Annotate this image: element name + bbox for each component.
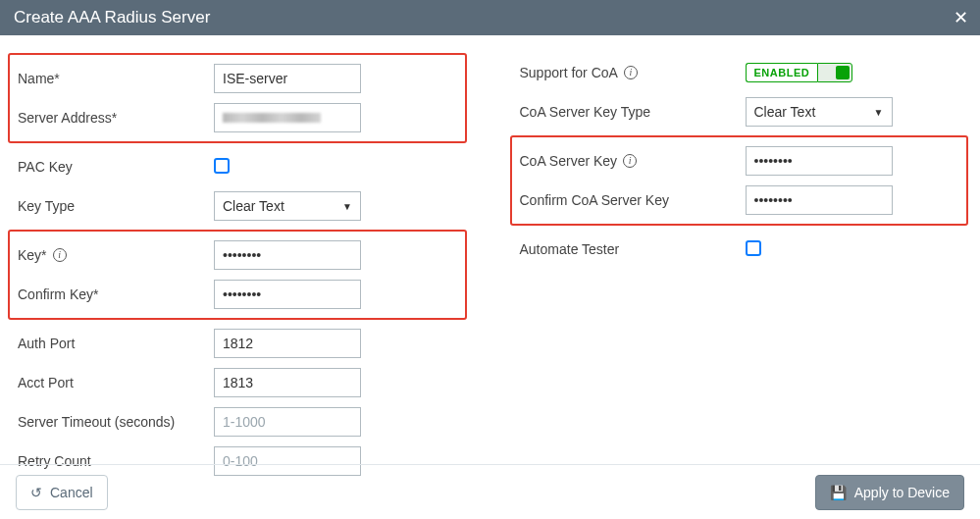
name-input[interactable]	[214, 64, 361, 93]
dialog-footer: ↺ Cancel 💾 Apply to Device	[0, 464, 980, 519]
coa-server-key-label: CoA Server Key i	[520, 153, 746, 169]
support-coa-label: Support for CoA i	[520, 65, 746, 80]
dialog-titlebar: Create AAA Radius Server ✕	[0, 0, 980, 35]
right-column: Support for CoA i ENABLED CoA Server Key…	[520, 53, 963, 481]
chevron-down-icon: ▼	[342, 201, 352, 212]
confirm-key-input[interactable]	[214, 280, 361, 309]
highlight-group-name-address: Name* Server Address*	[8, 53, 467, 143]
name-label: Name*	[18, 71, 214, 86]
server-address-blurred	[223, 113, 321, 123]
info-icon[interactable]: i	[624, 66, 638, 79]
support-coa-toggle[interactable]: ENABLED	[746, 63, 853, 82]
left-column: Name* Server Address* PAC Key	[18, 53, 461, 481]
auth-port-input[interactable]	[214, 329, 361, 358]
highlight-group-coa-keys: CoA Server Key i Confirm CoA Server Key	[510, 135, 969, 226]
coa-key-type-value: Clear Text	[754, 104, 816, 120]
info-icon[interactable]: i	[53, 248, 67, 262]
pac-key-label: PAC Key	[18, 159, 214, 175]
save-icon: 💾	[830, 486, 847, 499]
acct-port-label: Acct Port	[18, 375, 214, 390]
cancel-button[interactable]: ↺ Cancel	[16, 475, 108, 510]
toggle-status-label: ENABLED	[746, 63, 818, 82]
confirm-coa-server-key-input[interactable]	[746, 185, 893, 215]
info-icon[interactable]: i	[623, 154, 637, 168]
server-address-input[interactable]	[214, 103, 361, 132]
automate-tester-label: Automate Tester	[520, 241, 746, 257]
pac-key-checkbox[interactable]	[214, 158, 230, 174]
dialog-title: Create AAA Radius Server	[14, 8, 210, 26]
dialog-content: Name* Server Address* PAC Key	[0, 35, 980, 491]
apply-button[interactable]: 💾 Apply to Device	[815, 475, 964, 510]
key-type-select[interactable]: Clear Text ▼	[214, 191, 361, 221]
key-label: Key* i	[18, 247, 214, 263]
auth-port-label: Auth Port	[18, 336, 214, 351]
undo-icon: ↺	[30, 486, 42, 499]
automate-tester-checkbox[interactable]	[746, 240, 761, 256]
key-input[interactable]	[214, 240, 361, 270]
cancel-button-label: Cancel	[50, 485, 93, 500]
coa-key-type-label: CoA Server Key Type	[520, 104, 746, 120]
apply-button-label: Apply to Device	[854, 485, 950, 500]
server-timeout-input[interactable]	[214, 407, 361, 437]
confirm-coa-server-key-label: Confirm CoA Server Key	[520, 192, 746, 208]
chevron-down-icon: ▼	[874, 107, 884, 118]
coa-server-key-input[interactable]	[746, 146, 893, 176]
key-type-value: Clear Text	[223, 198, 284, 214]
coa-key-type-select[interactable]: Clear Text ▼	[746, 97, 893, 127]
highlight-group-keys: Key* i Confirm Key*	[8, 230, 467, 320]
close-icon[interactable]: ✕	[954, 0, 968, 35]
key-type-label: Key Type	[18, 198, 214, 214]
acct-port-input[interactable]	[214, 368, 361, 397]
server-address-label: Server Address*	[18, 110, 214, 126]
confirm-key-label: Confirm Key*	[18, 286, 214, 302]
server-timeout-label: Server Timeout (seconds)	[18, 414, 214, 430]
